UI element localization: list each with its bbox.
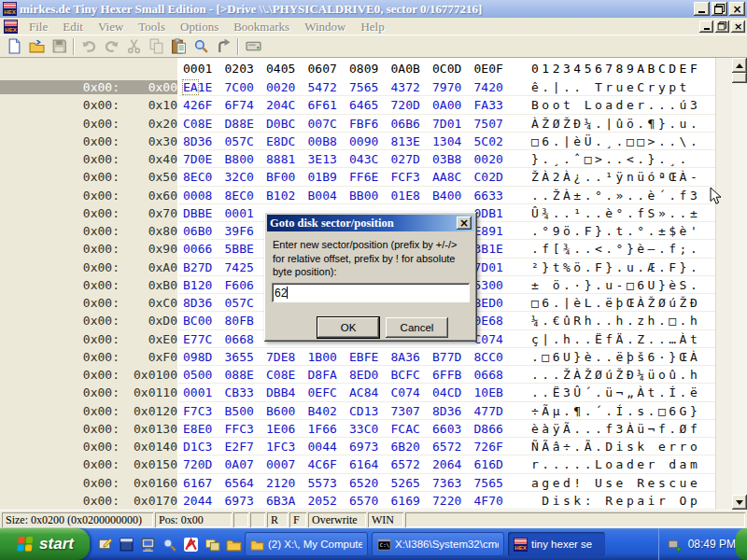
hex-group[interactable]: 057C <box>225 296 267 310</box>
hex-group[interactable]: B500 <box>225 404 267 418</box>
ascii-cell[interactable]: ÷Ãµ.¶.´.Í.s.□6G} <box>515 404 700 418</box>
ascii-cell[interactable]: Disk: Repair Op <box>515 494 700 508</box>
hex-group[interactable]: F606 <box>225 278 267 292</box>
hex-group[interactable]: 7507 <box>474 117 516 131</box>
hex-group[interactable]: DBBE <box>183 206 225 220</box>
hex-group[interactable]: 0EFC <box>308 385 350 399</box>
hex-group[interactable]: 7DE8 <box>266 350 308 364</box>
hex-group[interactable]: FBF6 <box>349 117 391 131</box>
hex-group[interactable]: 6564 <box>225 476 267 490</box>
scrollbar-down-button[interactable] <box>732 495 747 510</box>
hex-group[interactable]: 6465 <box>349 98 391 112</box>
hex-group[interactable]: D8FA <box>308 368 350 382</box>
hex-group[interactable]: FCAC <box>391 422 433 436</box>
hex-group[interactable]: 7307 <box>391 404 433 418</box>
hex-group[interactable]: D866 <box>474 422 516 436</box>
hex-group[interactable]: 726F <box>474 440 516 454</box>
hex-group[interactable]: C074 <box>391 385 433 399</box>
mdi-close-button[interactable]: × <box>731 21 745 33</box>
hex-group[interactable]: E8DC <box>266 134 308 148</box>
menu-item-tools[interactable]: Tools <box>131 20 173 34</box>
hex-group[interactable]: 6167 <box>183 476 225 490</box>
hex-group[interactable]: 04CD <box>432 385 474 399</box>
hex-group[interactable]: 00B8 <box>308 134 350 148</box>
hex-group[interactable]: 0007 <box>266 457 308 471</box>
ascii-cell[interactable]: ...ŽÀŽØúŽÐ¼üoû.h <box>515 368 700 382</box>
hex-group[interactable]: DBB4 <box>266 385 308 399</box>
hex-group[interactable]: B27D <box>183 260 225 274</box>
hex-group[interactable]: C074 <box>474 332 516 346</box>
ascii-cell[interactable]: ²}t%ö.F}.u.Æ.F}. <box>515 260 700 274</box>
hex-group[interactable]: 01B9 <box>308 170 350 184</box>
hex-group[interactable]: 6164 <box>349 457 391 471</box>
hex-group[interactable]: 7565 <box>349 80 391 94</box>
scrollbar-thumb[interactable] <box>732 73 747 83</box>
hex-group[interactable]: D0BC <box>266 117 308 131</box>
hex-group[interactable]: E2F7 <box>225 440 267 454</box>
hex-group[interactable]: 10EB <box>474 385 516 399</box>
hex-group[interactable]: 0500 <box>183 368 225 382</box>
hex-group[interactable]: 1B00 <box>308 350 350 364</box>
hex-group[interactable]: 0668 <box>474 368 516 382</box>
hex-group[interactable]: 0044 <box>308 440 350 454</box>
hex-group[interactable]: 2052 <box>308 494 350 508</box>
hex-group[interactable]: 0066 <box>183 242 225 256</box>
hex-group[interactable]: CD13 <box>349 404 391 418</box>
hex-group[interactable]: 027D <box>391 152 433 166</box>
hex-group[interactable]: 33C0 <box>349 422 391 436</box>
ascii-cell[interactable]: ê.|.. TrueCrypt <box>515 80 700 94</box>
ascii-cell[interactable]: □6.|èÜ.¸.□□>..\. <box>515 134 700 148</box>
hex-group[interactable]: 204C <box>266 98 308 112</box>
goto-button[interactable] <box>212 36 234 57</box>
ascii-cell[interactable]: ŽÀ2À¿..¹ÿnüóªŒÀ- <box>515 170 700 184</box>
hex-group[interactable]: 6FFB <box>432 368 474 382</box>
hex-group[interactable]: D1C3 <box>183 440 225 454</box>
hex-group[interactable]: 616D <box>474 457 516 471</box>
dialog-title-bar[interactable]: Goto disk sector/position × <box>267 215 474 231</box>
hex-group[interactable]: 4F70 <box>474 494 516 508</box>
task-button-my-computer[interactable]: (2) X:\, My Computer <box>245 532 368 556</box>
disk-sector-button[interactable] <box>242 36 264 57</box>
hex-group[interactable]: 0008 <box>183 189 225 203</box>
ascii-cell[interactable]: ± ö.·}.u-□6U}èS. <box>515 278 700 292</box>
hex-group[interactable]: 0A07 <box>225 457 267 471</box>
hex-group[interactable]: 426F <box>183 98 225 112</box>
hex-group[interactable]: 8A36 <box>391 350 433 364</box>
hex-group[interactable]: CB33 <box>225 385 267 399</box>
folder-icon[interactable] <box>226 537 242 553</box>
hex-group[interactable]: 088E <box>225 368 267 382</box>
hex-group[interactable]: E77C <box>183 332 225 346</box>
hex-group[interactable]: FF6E <box>349 170 391 184</box>
hex-group[interactable]: 098D <box>183 350 225 364</box>
hex-group[interactable]: C02D <box>474 170 516 184</box>
hex-group[interactable]: 80FB <box>225 314 267 328</box>
ascii-cell[interactable]: ÑÃâ÷.Ã.Disk erro <box>515 440 700 454</box>
mdi-restore-button[interactable] <box>715 21 729 33</box>
hex-group[interactable]: 8ED0 <box>474 296 516 310</box>
menu-item-window[interactable]: Window <box>297 20 353 34</box>
hex-group[interactable]: 8ED0 <box>349 368 391 382</box>
hex-group[interactable]: 5265 <box>391 476 433 490</box>
hex-group[interactable]: 6603 <box>432 422 474 436</box>
scrollbar-up-button[interactable] <box>732 58 747 73</box>
hex-group[interactable]: B102 <box>266 189 308 203</box>
hex-group[interactable]: 5573 <box>308 476 350 490</box>
hex-group[interactable]: 6973 <box>349 440 391 454</box>
hex-group[interactable]: 0001 <box>225 206 267 220</box>
new-document-button[interactable] <box>3 36 25 57</box>
hex-group[interactable]: FFC3 <box>225 422 267 436</box>
paste-button[interactable] <box>167 36 190 57</box>
show-desktop-icon[interactable] <box>97 537 113 553</box>
ascii-cell[interactable]: aged! Use Rescue <box>515 476 700 490</box>
hex-group[interactable]: 0020 <box>266 80 308 94</box>
menu-item-edit[interactable]: Edit <box>55 20 91 34</box>
hex-group[interactable]: 2120 <box>266 476 308 490</box>
hex-group[interactable]: 5BBE <box>225 242 267 256</box>
hex-group[interactable]: 8881 <box>266 152 308 166</box>
hex-group[interactable]: B400 <box>432 189 474 203</box>
ascii-cell[interactable]: .°9ö.F}.t.°.±$è' <box>515 224 700 238</box>
hex-group[interactable]: 8CC0 <box>474 350 516 364</box>
hex-group[interactable]: B800 <box>225 152 267 166</box>
hex-group[interactable]: C08E <box>183 117 225 131</box>
menu-item-file[interactable]: File <box>21 20 55 34</box>
